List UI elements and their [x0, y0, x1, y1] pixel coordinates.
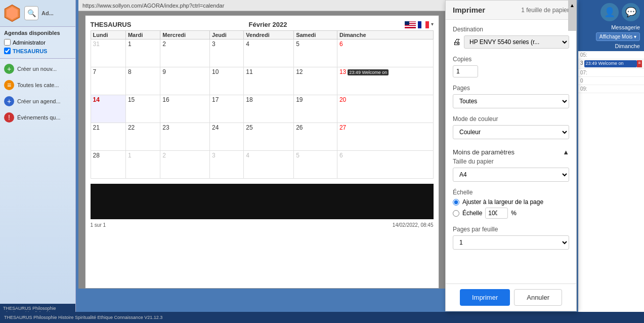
calendar-black-bar: [91, 184, 434, 219]
print-scroll-up-button[interactable]: ▲: [568, 1, 576, 31]
table-row: 31 1 2 3 4 5 6: [91, 39, 433, 67]
svg-rect-11: [421, 21, 425, 28]
copies-input[interactable]: [453, 65, 478, 77]
table-row: 2: [160, 151, 210, 179]
more-settings-toggle[interactable]: Moins de paramètres ▲: [453, 146, 569, 158]
svg-rect-6: [405, 25, 416, 26]
paper-size-section: Taille du papier A4 A3 Letter: [453, 158, 569, 182]
pages-per-sheet-label: Pages par feuille: [453, 226, 569, 233]
create-agenda-action[interactable]: + Créer un agend...: [2, 94, 73, 108]
table-row: 25: [244, 123, 294, 151]
calendar-event: 23:49 Welcome on: [348, 69, 389, 75]
print-button[interactable]: Imprimer: [460, 289, 510, 306]
scale-section: Échelle Ajuster à la largeur de la page …: [453, 189, 569, 219]
flag-dropdown-icon[interactable]: ▾: [431, 21, 434, 28]
scale-unit: %: [511, 210, 517, 217]
scale-value-input[interactable]: [485, 208, 508, 219]
print-scroll-area: Destination 🖨 HP ENVY 5540 series (r... …: [446, 20, 576, 284]
calendar-page: THESAURUS Février 2022: [85, 15, 439, 289]
table-row: 11: [244, 67, 294, 95]
collapse-icon: ▲: [563, 148, 569, 156]
destination-select[interactable]: HP ENVY 5540 series (r...: [464, 35, 569, 49]
color-section: Mode de couleur Couleur Noir et blanc: [453, 115, 569, 139]
table-row: 8: [125, 67, 160, 95]
pages-section: Pages Toutes Pages personnalisées: [453, 85, 569, 108]
messagerie-label: Messagerie: [578, 24, 644, 30]
url-text: https://www.sollyon.com/AGORA/index.php?…: [82, 3, 224, 9]
search-button[interactable]: 🔍: [24, 6, 38, 20]
agenda-checkbox-administrator[interactable]: [4, 39, 11, 46]
copies-row: [453, 65, 569, 77]
table-row: 20: [337, 95, 433, 123]
scale-radio-custom: Échelle %: [453, 208, 569, 219]
app-logo-icon: [3, 4, 21, 22]
table-row: 27: [337, 123, 433, 151]
table-row: 14: [91, 95, 125, 123]
print-preview-area: https://www.sollyon.com/AGORA/index.php?…: [78, 0, 445, 289]
table-row: 14 15 16 17 18 19 20: [91, 95, 433, 123]
scale-custom-radio[interactable]: [453, 210, 459, 217]
agenda-label-thesaurus: THESAURUS: [13, 48, 47, 54]
event-menu-icon[interactable]: ≡: [637, 60, 642, 67]
pages-label: Pages: [453, 85, 569, 92]
scale-fit-radio[interactable]: [453, 199, 459, 206]
pages-per-sheet-select[interactable]: 1 2: [453, 235, 569, 250]
status-bar: THESAURUS Philosophie Histoire Spiritual…: [0, 312, 644, 323]
table-row: 17: [210, 95, 244, 123]
events-label: Événements qu...: [17, 114, 61, 120]
table-row: 18: [244, 95, 294, 123]
col-mercredi: Mercredi: [160, 31, 210, 39]
paper-size-label: Taille du papier: [453, 158, 569, 165]
table-row: 9: [160, 67, 210, 95]
time-slot-09: 09:: [578, 85, 644, 93]
table-row: 22: [125, 123, 160, 151]
table-row: 19: [294, 95, 337, 123]
print-pages-info: 1 feuille de papier: [521, 7, 569, 14]
agenda-label-administrator: Administrator: [13, 39, 46, 46]
time-slot-05: 05:: [578, 51, 644, 59]
table-row: 5: [294, 151, 337, 179]
svg-rect-7: [405, 26, 416, 27]
affichage-button[interactable]: Affichage Mois ▾: [596, 32, 640, 41]
fr-flag-icon: [418, 21, 429, 28]
events-action[interactable]: ! Événements qu...: [2, 110, 73, 125]
create-new-action[interactable]: + Créer un nouv...: [2, 62, 73, 76]
status-text: THESAURUS Philosophie Histoire Spiritual…: [4, 315, 162, 320]
page-date: 14/02/2022, 08:45: [393, 222, 434, 228]
us-flag-icon: [405, 21, 416, 28]
right-panel-event: 23:49 Welcome on: [584, 60, 637, 67]
table-row: 7: [91, 67, 125, 95]
all-categories-action[interactable]: ≡ Toutes les cate...: [2, 78, 73, 92]
print-footer: Imprimer Annuler: [446, 284, 576, 311]
scale-label: Échelle: [453, 189, 569, 196]
agenda-item-administrator[interactable]: Administrator: [4, 38, 71, 47]
table-row: 23: [160, 123, 210, 151]
destination-section: Destination 🖨 HP ENVY 5540 series (r...: [453, 26, 569, 49]
all-categories-icon: ≡: [4, 80, 14, 90]
scale-fit-label: Ajuster à la largeur de la page: [462, 198, 543, 206]
destination-label: Destination: [453, 26, 569, 33]
table-row: 13 23:49 Welcome on: [337, 67, 433, 95]
pages-select[interactable]: Toutes Pages personnalisées: [453, 94, 569, 108]
cancel-button[interactable]: Annuler: [514, 289, 562, 306]
scale-custom-label: Échelle: [462, 210, 482, 217]
svg-rect-10: [418, 21, 421, 28]
agenda-item-thesaurus[interactable]: THESAURUS: [4, 47, 71, 55]
table-row: 15: [125, 95, 160, 123]
table-row: 3: [210, 39, 244, 67]
user-avatar[interactable]: 👤: [600, 3, 619, 21]
print-title: Imprimer: [453, 6, 485, 14]
right-panel-top: 👤 💬: [578, 0, 644, 24]
svg-rect-12: [425, 21, 429, 28]
agenda-checkbox-thesaurus[interactable]: [4, 48, 11, 54]
messagerie-button[interactable]: 💬: [622, 3, 640, 21]
col-jeudi: Jeudi: [210, 31, 244, 39]
affichage-row: Affichage Mois ▾: [578, 30, 644, 43]
time-slot-event: 3 23:49 Welcome on ≡: [578, 59, 644, 69]
printer-icon: 🖨: [453, 37, 461, 47]
color-select[interactable]: Couleur Noir et blanc: [453, 125, 569, 139]
table-row: 1: [125, 39, 160, 67]
right-panel: 👤 💬 Messagerie Affichage Mois ▾ Dimanche…: [578, 0, 644, 323]
paper-size-select[interactable]: A4 A3 Letter: [453, 168, 569, 182]
table-row: 24: [210, 123, 244, 151]
